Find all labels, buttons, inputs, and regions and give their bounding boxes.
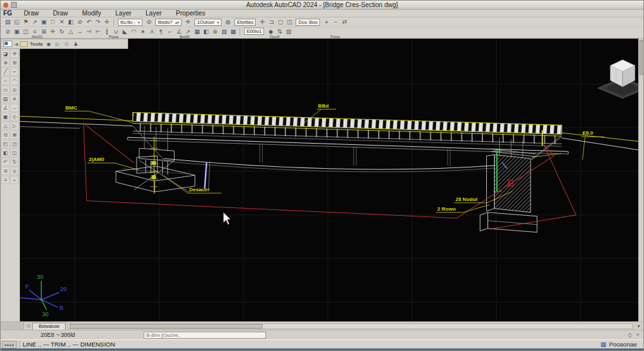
new-file-icon[interactable]: ▤: [3, 18, 12, 26]
left-tool-palette: ◪✛⊕⊞╱⌐○◠▭◎▨A∠↔▣◇△▷⊟⊠◰◳◧◫↶↻⊘∪≡•: [1, 39, 20, 321]
window-title: Autodesk AutoCAD 2024 - [Bridge Cres-Sec…: [1, 1, 643, 8]
dim-style-combo[interactable]: Ebxtteo: [234, 19, 256, 26]
hatch-icon[interactable]: ▨: [1, 95, 10, 103]
style-combo[interactable]: tbxdo?▴▾: [155, 19, 182, 26]
play-icon[interactable]: ▷: [10, 122, 19, 130]
arc-icon[interactable]: ◠: [10, 77, 19, 85]
edit-combo[interactable]: E00io1: [244, 28, 264, 35]
object-snap-icon[interactable]: ⌖: [322, 18, 331, 26]
open-folder-icon[interactable]: ◱: [12, 18, 21, 26]
user-icon[interactable]: ♟: [72, 41, 80, 47]
add-icon[interactable]: +: [636, 332, 639, 338]
circle-icon[interactable]: ○: [1, 77, 10, 85]
ucs-label-bottom: 30: [42, 311, 48, 318]
undo-icon[interactable]: ↶: [84, 18, 93, 26]
window-bottom-edge: [1, 348, 643, 350]
label-nodol: 28 Nodol: [455, 196, 477, 202]
label-bbd: BBd: [318, 103, 329, 109]
ucs-swap-icon[interactable]: ⇄: [340, 18, 349, 26]
visibility-icon[interactable]: ◉: [45, 41, 53, 47]
pan-icon[interactable]: ✛: [10, 50, 19, 58]
leader-arrow-icon[interactable]: ↗: [30, 18, 39, 26]
copy-icon[interactable]: ▣: [1, 113, 10, 121]
sphere-icon[interactable]: ◍: [223, 18, 232, 26]
block-icon[interactable]: ◧: [1, 149, 10, 157]
window-icon[interactable]: ▢: [276, 18, 285, 26]
osnap-diamond-icon[interactable]: ◇: [628, 332, 632, 338]
menu-item[interactable]: Layer: [138, 10, 169, 17]
viewport-icon[interactable]: ◳: [10, 140, 19, 148]
redo-icon[interactable]: ↷: [93, 18, 102, 26]
viewport-icon[interactable]: ◫: [285, 18, 294, 26]
close-box-icon[interactable]: ⊠: [10, 131, 19, 139]
zoom-in-icon[interactable]: ⊕: [1, 59, 10, 67]
drawing-viewport[interactable]: BMC BBd E8.0 2(AM0 Desauer 28 Nodol 2 Ro…: [20, 39, 643, 321]
vertical-scrollbar[interactable]: [638, 39, 643, 321]
status-dots-icon[interactable]: ••••: [2, 341, 17, 348]
copy-clip-icon[interactable]: ▣: [39, 18, 48, 26]
status-right-label: Pooaonae: [609, 341, 637, 348]
offset-icon[interactable]: ≡: [1, 176, 10, 184]
minus-icon[interactable]: −: [331, 18, 340, 26]
cut-icon[interactable]: ✕: [57, 18, 66, 26]
pan-all-icon[interactable]: ✛: [258, 18, 267, 26]
polyline-icon[interactable]: ⌐: [10, 68, 19, 76]
label-desauer: Desauer: [189, 187, 210, 193]
menu-item[interactable]: Layer: [108, 10, 138, 17]
point-icon[interactable]: •: [10, 176, 19, 184]
line-icon[interactable]: ╱: [1, 68, 10, 76]
status-bar: •••• LINE .. — TRIM .. — DIMENSION ▦ Poo…: [1, 339, 643, 348]
menu-bar: FG DrawDrawModifyLayerLayerProperties: [1, 10, 643, 17]
horizontal-scrollbar[interactable]: [68, 323, 633, 329]
menu-item[interactable]: Draw: [46, 10, 75, 17]
ellipse-icon[interactable]: ◎: [10, 86, 19, 94]
status-modes: LINE .. — TRIM .. — DIMENSION: [23, 341, 115, 348]
tab-scroll-left-icon[interactable]: ◁: [24, 323, 32, 328]
minus-box-icon[interactable]: ⊟: [1, 131, 10, 139]
view-combo[interactable]: Dco 3ioo: [296, 19, 320, 26]
named-view-icon[interactable]: ⊐: [267, 18, 276, 26]
ucs-label-br: B: [59, 305, 63, 311]
tab-scroll-right-icon[interactable]: ▸: [635, 323, 643, 328]
region-icon[interactable]: ◰: [1, 140, 10, 148]
angle-icon[interactable]: ∠: [1, 104, 10, 112]
menu-item[interactable]: Properties: [169, 10, 213, 17]
stamp-icon[interactable]: ◧: [66, 18, 75, 26]
erase-icon[interactable]: ⊘: [1, 167, 10, 175]
menu-item[interactable]: Draw: [17, 10, 46, 17]
redo-icon[interactable]: ↻: [10, 158, 19, 166]
model-tab[interactable]: Bdwaiuie: [32, 323, 66, 330]
diamond-icon[interactable]: ◇: [10, 113, 19, 121]
current-layer-label: Tivoite: [30, 42, 43, 46]
pan-icon[interactable]: ✛: [102, 18, 111, 26]
stretch-icon[interactable]: ↔: [10, 104, 19, 112]
text-icon[interactable]: A: [10, 95, 19, 103]
command-input[interactable]: [144, 332, 266, 339]
color-chip-icon[interactable]: [3, 41, 12, 47]
horizontal-scrollbar-thumb[interactable]: [70, 324, 263, 328]
mirror-icon[interactable]: ◫: [10, 149, 19, 157]
paste-icon[interactable]: □: [48, 18, 57, 26]
grid-toggle-icon[interactable]: ▦: [600, 341, 606, 348]
layer-state-icon[interactable]: ◇: [63, 41, 71, 47]
layer-swatch-icon[interactable]: [20, 41, 28, 47]
move-crosshair-icon[interactable]: ✛: [184, 18, 193, 26]
layer-combo[interactable]: tto.tto -▾: [118, 19, 142, 26]
menu-item[interactable]: Modify: [75, 10, 108, 17]
select-icon[interactable]: ◪: [1, 50, 10, 58]
undo-icon[interactable]: ↶: [1, 158, 10, 166]
label-e80: E8.0: [582, 130, 593, 136]
flag-icon[interactable]: ⚑: [21, 18, 30, 26]
layer-off-icon[interactable]: ⊘: [144, 18, 153, 26]
toolbar-modify: ⊘▣◫≡⊞✛↻△↔⊣⊢∥∪◣◠∗A¶⌐∠↗▦◧⊕▨▩ E00io1 ◆⇅▥ Al…: [1, 27, 643, 39]
text-style-combo[interactable]: 1Outoor▾: [194, 19, 222, 26]
vertical-scrollbar-thumb[interactable]: [639, 40, 643, 75]
erase-icon[interactable]: ⊘: [75, 18, 84, 26]
rectangle-icon[interactable]: ▭: [1, 86, 10, 94]
app-logo: FG: [1, 10, 17, 17]
triangle-icon[interactable]: △: [1, 122, 10, 130]
join-icon[interactable]: ∪: [10, 167, 19, 175]
plot-triangle-icon[interactable]: ▷: [54, 41, 62, 47]
command-history: 20E8 ¬ 300ld: [41, 332, 144, 338]
zoom-grid-icon[interactable]: ⊞: [10, 59, 19, 67]
